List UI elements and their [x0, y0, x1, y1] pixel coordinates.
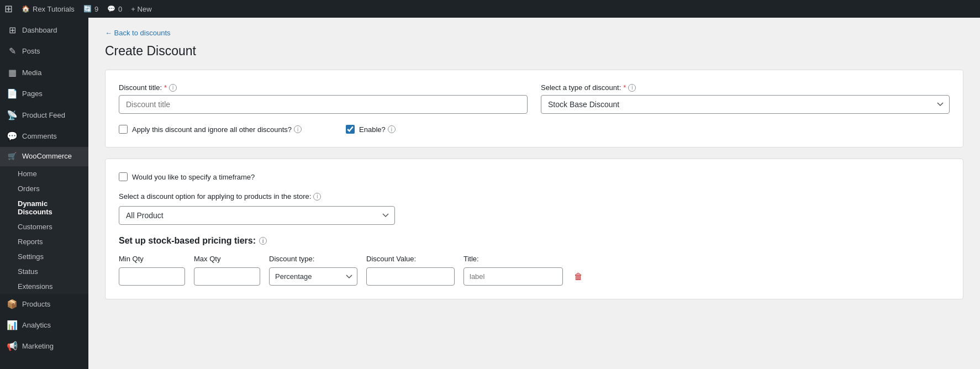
discount-option-info-icon[interactable]: i: [313, 193, 321, 201]
analytics-icon: 📊: [7, 319, 18, 331]
enable-info-icon[interactable]: i: [388, 125, 396, 133]
timeframe-label: Would you like to specify a timeframe?: [132, 173, 255, 181]
admin-bar: ⊞ 🏠 Rex Tutorials 🔄 9 💬 0 + New: [0, 0, 980, 18]
enable-label: Enable? i: [359, 125, 396, 134]
discount-type-header: Discount type:: [269, 255, 357, 263]
max-qty-input[interactable]: [194, 267, 260, 286]
site-icon: 🏠: [22, 5, 30, 13]
sidebar-item-media[interactable]: ▦ Media: [0, 62, 88, 83]
tier-input-row: Percentage Fixed 🗑: [119, 267, 950, 286]
comments-nav-icon: 💬: [7, 130, 18, 143]
products-icon: 📦: [7, 298, 18, 310]
pricing-tiers-info-icon[interactable]: i: [259, 237, 267, 245]
page-title: Create Discount: [105, 44, 963, 59]
sidebar-sub-status[interactable]: Status: [0, 264, 88, 279]
apply-ignore-checkbox-row: Apply this discount and ignore all other…: [119, 125, 302, 134]
product-feed-icon: 📡: [7, 109, 18, 122]
discount-type-info-icon[interactable]: i: [628, 84, 636, 92]
title-header: Title:: [463, 255, 563, 263]
sidebar-sub-customers[interactable]: Customers: [0, 219, 88, 234]
discount-type-tier-select[interactable]: Percentage Fixed: [269, 267, 357, 286]
pricing-options-card: Would you like to specify a timeframe? S…: [105, 159, 963, 299]
min-qty-input[interactable]: [119, 267, 185, 286]
posts-icon: ✎: [7, 45, 18, 57]
max-qty-header: Max Qty: [194, 255, 260, 263]
sidebar-item-comments[interactable]: 💬 Comments: [0, 126, 88, 147]
sidebar-sub-orders[interactable]: Orders: [0, 181, 88, 196]
sidebar-sub-settings[interactable]: Settings: [0, 249, 88, 264]
comments-icon: 💬: [107, 5, 115, 13]
sidebar-item-posts[interactable]: ✎ Posts: [0, 41, 88, 62]
sidebar-sub-dynamic-discounts[interactable]: Dynamic Discounts: [0, 196, 88, 219]
apply-ignore-label: Apply this discount and ignore all other…: [132, 125, 302, 134]
title-input[interactable]: [463, 267, 563, 286]
media-icon: ▦: [7, 67, 18, 79]
dashboard-icon: ⊞: [7, 24, 18, 36]
trash-icon: 🗑: [574, 272, 583, 282]
pricing-tiers-title: Set up stock-based pricing tiers: i: [119, 236, 950, 246]
wp-logo-icon: ⊞: [4, 3, 13, 15]
discount-title-input[interactable]: [119, 95, 528, 114]
min-qty-header: Min Qty: [119, 255, 185, 263]
marketing-icon: 📢: [7, 340, 18, 352]
comments-link[interactable]: 💬 0: [107, 5, 122, 13]
updates-icon: 🔄: [83, 5, 92, 13]
timeframe-checkbox[interactable]: [119, 172, 128, 181]
sidebar-sub-reports[interactable]: Reports: [0, 234, 88, 249]
sidebar-item-pages[interactable]: 📄 Pages: [0, 83, 88, 104]
site-name[interactable]: 🏠 Rex Tutorials: [22, 5, 75, 13]
wp-logo[interactable]: ⊞: [4, 3, 13, 15]
sidebar-item-analytics[interactable]: 📊 Analytics: [0, 315, 88, 336]
woocommerce-icon: 🛒: [7, 151, 18, 161]
updates-link[interactable]: 🔄 9: [83, 5, 98, 13]
sidebar: ⊞ Dashboard ✎ Posts ▦ Media 📄 Pages 📡 Pr…: [0, 18, 88, 369]
back-to-discounts-link[interactable]: ← Back to discounts: [105, 29, 963, 37]
sidebar-item-woocommerce[interactable]: 🛒 WooCommerce: [0, 147, 88, 166]
required-star: *: [164, 83, 167, 92]
discount-value-input[interactable]: [366, 267, 455, 286]
pages-icon: 📄: [7, 88, 18, 100]
enable-checkbox[interactable]: [346, 125, 355, 134]
apply-ignore-info-icon[interactable]: i: [294, 125, 302, 133]
timeframe-checkbox-row: Would you like to specify a timeframe?: [119, 172, 950, 181]
sidebar-item-product-feed[interactable]: 📡 Product Feed: [0, 105, 88, 126]
new-content-link[interactable]: + New: [131, 5, 151, 13]
sidebar-item-marketing[interactable]: 📢 Marketing: [0, 336, 88, 357]
enable-checkbox-row: Enable? i: [346, 125, 396, 134]
discount-title-label: Discount title: * i: [119, 83, 528, 92]
sidebar-sub-extensions[interactable]: Extensions: [0, 279, 88, 294]
discount-option-label: Select a discount option for applying to…: [119, 192, 950, 201]
discount-type-select[interactable]: Stock Base Discount Percentage Discount …: [541, 95, 950, 114]
main-content: ← Back to discounts Create Discount Disc…: [88, 18, 980, 369]
woocommerce-submenu: Home Orders Dynamic Discounts Customers …: [0, 166, 88, 294]
sidebar-sub-home[interactable]: Home: [0, 166, 88, 181]
delete-tier-button[interactable]: 🗑: [572, 270, 585, 284]
discount-option-select[interactable]: All Product Specific Products Product Ca…: [119, 206, 395, 225]
tier-headers-row: Min Qty Max Qty Discount type: Discount …: [119, 255, 950, 263]
discount-value-header: Discount Value:: [366, 255, 455, 263]
discount-title-card: Discount title: * i Select a type of dis…: [105, 70, 963, 147]
sidebar-item-dashboard[interactable]: ⊞ Dashboard: [0, 20, 88, 41]
type-required-star: *: [623, 83, 626, 92]
discount-title-info-icon[interactable]: i: [169, 84, 177, 92]
discount-type-group: Select a type of discount: * i Stock Bas…: [541, 83, 950, 114]
discount-title-group: Discount title: * i: [119, 83, 528, 114]
checkboxes-row: Apply this discount and ignore all other…: [119, 125, 950, 134]
sidebar-item-products[interactable]: 📦 Products: [0, 294, 88, 315]
apply-ignore-checkbox[interactable]: [119, 125, 128, 134]
discount-type-label: Select a type of discount: * i: [541, 83, 950, 92]
